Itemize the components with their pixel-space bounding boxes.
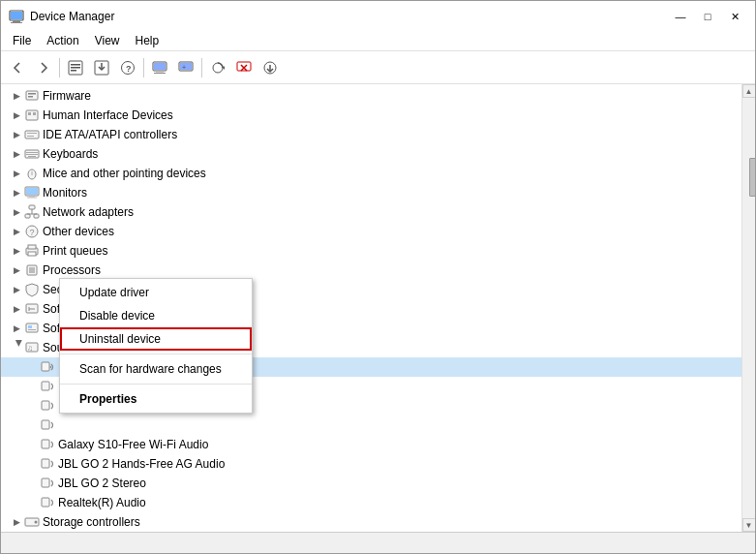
menu-action[interactable]: Action <box>39 32 86 49</box>
expand-ide[interactable]: ▶ <box>9 127 24 142</box>
ctx-scan-hardware[interactable]: Scan for hardware changes <box>60 357 252 381</box>
ctx-properties[interactable]: Properties <box>60 387 252 411</box>
maximize-button[interactable]: □ <box>695 7 720 26</box>
menu-help[interactable]: Help <box>128 32 167 49</box>
scroll-up-button[interactable]: ▲ <box>742 84 756 98</box>
galaxy-label: Galaxy S10-Free Wi-Fi Audio <box>58 438 208 451</box>
title-bar-left: Device Manager <box>9 9 114 24</box>
computer-button[interactable] <box>147 55 172 80</box>
galaxy-icon <box>40 437 55 452</box>
keyboard-icon <box>24 146 40 162</box>
svg-rect-13 <box>156 71 164 73</box>
jbl-hf-label: JBL GO 2 Hands-Free AG Audio <box>58 457 225 471</box>
tree-item-audio4[interactable]: ▶ <box>1 416 741 435</box>
svg-rect-70 <box>42 440 49 448</box>
tree-item-jbl-stereo[interactable]: ▶ JBL GO 2 Stereo <box>1 474 741 493</box>
mice-label: Mice and other pointing devices <box>43 167 206 180</box>
ctx-update-driver[interactable]: Update driver <box>60 281 252 304</box>
menu-bar: File Action View Help <box>1 30 755 51</box>
expand-sw-dev[interactable]: ▶ <box>9 321 24 336</box>
tree-item-monitors[interactable]: ▶ Monitors <box>1 183 741 202</box>
ide-label: IDE ATA/ATAPI controllers <box>43 128 177 141</box>
download-button[interactable] <box>257 55 283 80</box>
status-bar <box>1 532 755 553</box>
tree-item-processors[interactable]: ▶ Processors <box>1 261 741 280</box>
minimize-button[interactable]: — <box>668 7 693 26</box>
tree-item-other[interactable]: ▶ ? Other devices <box>1 222 741 241</box>
svg-rect-37 <box>26 154 38 155</box>
svg-rect-34 <box>27 136 34 137</box>
jbl-stereo-icon <box>40 476 55 491</box>
back-button[interactable] <box>5 55 30 80</box>
svg-rect-55 <box>28 252 36 256</box>
svg-rect-3 <box>11 12 22 19</box>
help-button[interactable]: ? <box>115 55 140 80</box>
menu-view[interactable]: View <box>87 32 128 49</box>
tree-item-mice[interactable]: ▶ Mice and other pointing devices <box>1 164 741 183</box>
close-button[interactable]: ✕ <box>722 7 747 26</box>
expand-other[interactable]: ▶ <box>9 224 24 239</box>
tree-item-storage[interactable]: ▶ Storage controllers <box>1 512 741 532</box>
svg-rect-57 <box>29 267 35 273</box>
jbl-stereo-label: JBL GO 2 Stereo <box>58 477 146 490</box>
svg-text:?: ? <box>126 64 132 74</box>
expand-sw-comp[interactable]: ▶ <box>9 301 24 317</box>
expand-security[interactable]: ▶ <box>9 282 24 297</box>
expand-keyboards[interactable]: ▶ <box>9 146 24 162</box>
expand-sound[interactable]: ▶ <box>9 340 24 355</box>
svg-rect-26 <box>26 91 38 100</box>
update-button[interactable] <box>89 55 114 80</box>
uninstall-button[interactable] <box>231 55 257 80</box>
scroll-down-button[interactable]: ▼ <box>742 518 756 532</box>
tree-item-realtek[interactable]: ▶ Realtek(R) Audio <box>1 493 741 512</box>
other-label: Other devices <box>43 225 114 238</box>
tree-item-galaxy-audio[interactable]: ▶ Galaxy S10-Free Wi-Fi Audio <box>1 435 741 454</box>
ctx-separator-1 <box>60 354 252 354</box>
menu-file[interactable]: File <box>5 32 39 49</box>
svg-rect-27 <box>28 93 36 95</box>
device-manager-window: Device Manager — □ ✕ File Action View He… <box>0 0 756 554</box>
expand-mice[interactable]: ▶ <box>9 166 24 181</box>
forward-button[interactable] <box>31 55 56 80</box>
expand-network[interactable]: ▶ <box>9 204 24 220</box>
expand-storage[interactable]: ▶ <box>9 514 24 530</box>
svg-rect-73 <box>42 498 49 507</box>
toolbar: ? + <box>1 51 755 84</box>
print-label: Print queues <box>43 244 107 258</box>
storage-label: Storage controllers <box>43 515 140 529</box>
tree-item-keyboards[interactable]: ▶ Keyboards <box>1 144 741 164</box>
show-hidden-button[interactable]: + <box>173 55 198 80</box>
svg-rect-47 <box>34 214 39 218</box>
expand-hid[interactable]: ▶ <box>9 108 24 123</box>
tree-item-hid[interactable]: ▶ Human Interface Devices <box>1 106 741 125</box>
window-title: Device Manager <box>30 10 114 23</box>
svg-rect-14 <box>154 73 166 74</box>
monitors-icon <box>24 185 40 200</box>
security-icon <box>24 282 40 297</box>
svg-text:?: ? <box>30 228 35 237</box>
svg-rect-7 <box>71 70 76 72</box>
svg-rect-31 <box>33 112 36 115</box>
scan-button[interactable] <box>205 55 230 80</box>
svg-rect-38 <box>28 156 36 157</box>
ctx-uninstall-device[interactable]: Uninstall device <box>60 327 252 351</box>
svg-rect-30 <box>28 112 31 115</box>
tree-item-jbl-handsfreee[interactable]: ▶ JBL GO 2 Hands-Free AG Audio <box>1 454 741 474</box>
ctx-disable-device[interactable]: Disable device <box>60 304 252 327</box>
expand-processors[interactable]: ▶ <box>9 262 24 278</box>
app-icon <box>9 9 24 24</box>
expand-monitors[interactable]: ▶ <box>9 185 24 200</box>
scrollbar[interactable]: ▲ ▼ <box>741 84 755 532</box>
toolbar-sep-3 <box>201 58 202 77</box>
ide-icon <box>24 127 40 142</box>
properties-button[interactable] <box>63 55 88 80</box>
scroll-thumb[interactable] <box>749 158 756 197</box>
tree-item-network[interactable]: ▶ Network adapters <box>1 202 741 222</box>
svg-rect-5 <box>71 64 80 66</box>
tree-item-firmware[interactable]: ▶ Firmware <box>1 86 741 106</box>
tree-item-print[interactable]: ▶ Print queues <box>1 241 741 261</box>
expand-firmware[interactable]: ▶ <box>9 88 24 104</box>
expand-print[interactable]: ▶ <box>9 243 24 259</box>
tree-item-ide[interactable]: ▶ IDE ATA/ATAPI controllers <box>1 125 741 144</box>
svg-rect-66 <box>42 362 49 371</box>
